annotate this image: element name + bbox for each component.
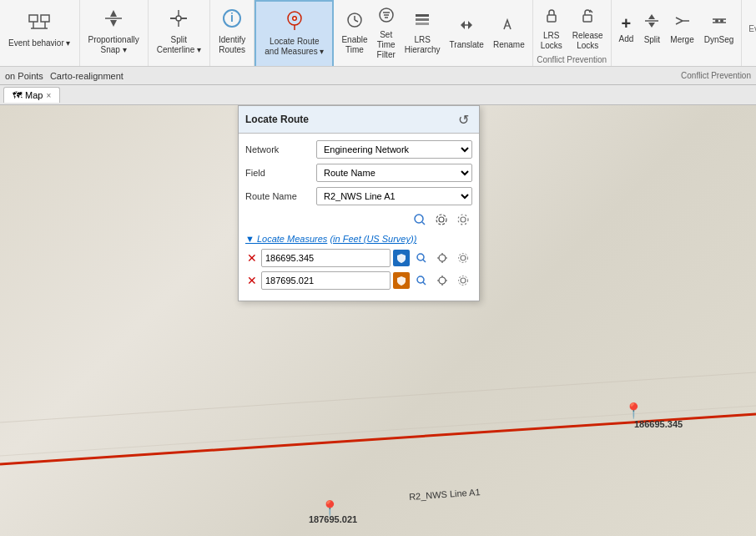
svg-point-50: [436, 215, 446, 225]
map-area[interactable]: R2_NWS Line A1 📍 186695.345 📍 187695.021…: [0, 105, 756, 536]
split-centerline-icon: [167, 7, 190, 33]
pan-button-2[interactable]: [433, 271, 451, 290]
identify-routes-label: IdentifyRoutes: [219, 35, 245, 55]
network-select[interactable]: Engineering Network: [316, 140, 472, 159]
svg-rect-0: [29, 15, 38, 22]
split-centerline-label: SplitCenterline ▾: [157, 35, 201, 55]
dynseg-label: DynSeg: [704, 35, 734, 45]
zoom-button-1[interactable]: [412, 249, 431, 267]
map-tab-icon: 🗺: [13, 90, 22, 100]
route-name-select[interactable]: R2_NWS Line A1: [316, 187, 472, 205]
locate-route-icon: [283, 8, 306, 35]
map-tab-close[interactable]: ×: [46, 91, 51, 100]
route-name-label: Route Name: [245, 191, 316, 201]
svg-line-44: [0, 372, 756, 422]
measure-input-2[interactable]: [261, 271, 391, 290]
dynseg-button[interactable]: DynSeg: [700, 10, 738, 48]
locks-group: LRSLocks Release Locks Conflict Preventi…: [533, 0, 612, 66]
popup-header: Locate Route ↺: [239, 106, 479, 134]
svg-rect-25: [416, 18, 429, 21]
field-select[interactable]: Route Name: [316, 164, 472, 182]
enable-time-label: EnableTime: [341, 35, 367, 55]
measure-delete-2[interactable]: ✕: [245, 274, 259, 287]
translate-button[interactable]: Translate: [446, 13, 488, 53]
svg-line-63: [423, 282, 426, 285]
field-row: Field Route Name: [245, 164, 472, 182]
svg-line-38: [676, 21, 683, 24]
release-locks-label: Release Locks: [572, 31, 603, 51]
event-behavior-button[interactable]: Event behavior ▾: [3, 7, 76, 52]
svg-point-64: [439, 277, 446, 284]
pan-button-1[interactable]: [433, 249, 451, 267]
measures-section: ▼ Locate Measures (in Feet (US Survey)) …: [245, 234, 472, 290]
identify-routes-button[interactable]: i IdentifyRoutes: [214, 3, 250, 58]
settings-action-button-1[interactable]: [432, 210, 451, 229]
shield-button-1[interactable]: [393, 250, 410, 266]
svg-point-47: [415, 215, 423, 223]
popup-reset-button[interactable]: ↺: [454, 110, 472, 129]
split-button[interactable]: Split: [639, 10, 664, 48]
shield-button-2[interactable]: [393, 272, 410, 289]
carto-realignment-item[interactable]: Carto-realignment: [50, 71, 123, 81]
locate-route-panel: Locate Route ↺ Network Engineering Netwo…: [238, 105, 480, 301]
measures-header: ▼ Locate Measures (in Feet (US Survey)): [245, 234, 472, 244]
svg-rect-32: [583, 15, 592, 22]
on-points-item[interactable]: on Points: [5, 71, 43, 81]
svg-line-54: [423, 260, 426, 262]
popup-title: Locate Route: [245, 114, 309, 125]
options-button-1[interactable]: [454, 249, 472, 267]
split-centerline-group: SplitCenterline ▾: [149, 0, 210, 66]
rename-button[interactable]: Rename: [489, 13, 529, 53]
svg-point-55: [439, 255, 446, 261]
map-tab[interactable]: 🗺 Map ×: [3, 87, 60, 103]
svg-line-48: [422, 222, 425, 225]
map-tab-label: Map: [25, 90, 43, 100]
svg-rect-26: [416, 23, 429, 25]
svg-marker-28: [468, 21, 472, 29]
editing-group: + Add Split Merge DynSeg: [612, 0, 743, 66]
add-icon: +: [622, 13, 632, 33]
search-action-button[interactable]: [411, 210, 429, 229]
lrs-hierarchy-button[interactable]: LRSHierarchy: [401, 8, 445, 58]
measure-delete-1[interactable]: ✕: [245, 251, 259, 265]
prop-snap-button[interactable]: ProportionallySnap ▾: [83, 3, 144, 58]
measure-row-2: ✕: [245, 271, 472, 290]
enable-time-button[interactable]: EnableTime: [337, 8, 371, 58]
svg-marker-27: [461, 21, 465, 29]
svg-rect-31: [547, 15, 556, 22]
time-group: EnableTime Set TimeFilter LRSHierarchy T…: [334, 0, 532, 66]
set-time-filter-icon: [377, 6, 396, 29]
svg-point-52: [458, 215, 468, 225]
translate-icon: [457, 16, 476, 39]
measures-header-suffix[interactable]: (in Feet (US Survey)): [330, 234, 416, 244]
merge-button[interactable]: Merge: [666, 10, 698, 48]
options-button-2[interactable]: [454, 271, 472, 290]
svg-line-45: [0, 406, 756, 456]
locate-route-button[interactable]: Locate Routeand Measures ▾: [260, 5, 329, 60]
svg-point-49: [439, 217, 444, 222]
measure-input-1[interactable]: [261, 249, 391, 267]
release-locks-button[interactable]: Release Locks: [568, 4, 607, 53]
zoom-button-2[interactable]: [412, 271, 431, 290]
route-name-row: Route Name R2_NWS Line A1: [245, 187, 472, 205]
svg-point-10: [176, 16, 181, 21]
split-centerline-button[interactable]: SplitCenterline ▾: [152, 3, 206, 58]
eve-group: Eve: [742, 0, 756, 66]
rename-icon: [500, 16, 518, 39]
lrs-hierarchy-icon: [413, 11, 431, 34]
orange-pin[interactable]: 📍: [320, 499, 339, 518]
add-button[interactable]: + Add: [615, 11, 638, 47]
set-time-filter-label: Set TimeFilter: [377, 30, 396, 60]
svg-point-53: [417, 254, 424, 260]
set-time-filter-button[interactable]: Set TimeFilter: [373, 3, 400, 63]
blue-pin[interactable]: 📍: [624, 402, 643, 420]
prop-snap-label: ProportionallySnap ▾: [88, 35, 139, 55]
settings-action-button-2[interactable]: [454, 210, 472, 229]
enable-time-icon: [345, 11, 364, 34]
identify-routes-group: i IdentifyRoutes: [210, 0, 255, 66]
svg-point-70: [459, 276, 468, 286]
svg-line-37: [676, 18, 683, 21]
main-toolbar: Event behavior ▾ ProportionallySnap ▾ Sp…: [0, 0, 756, 67]
lrs-locks-button[interactable]: LRSLocks: [537, 4, 567, 53]
svg-point-60: [461, 255, 466, 260]
